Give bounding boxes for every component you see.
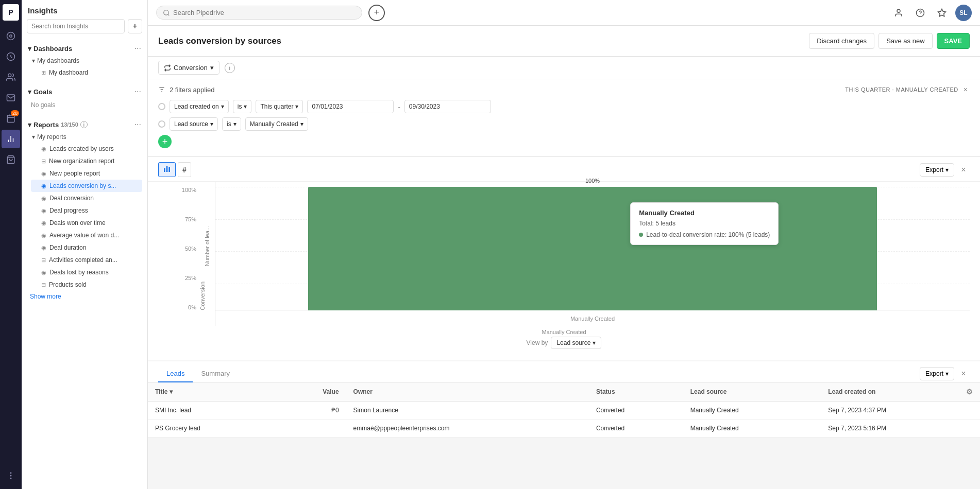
svg-rect-26 xyxy=(168,167,170,172)
report-icon-7: ◉ xyxy=(41,232,46,239)
my-reports-chevron: ▾ xyxy=(32,133,35,141)
y-axis: 100% 75% 50% 25% 0% xyxy=(158,182,199,326)
filter1-field-select[interactable]: Lead created on ▾ xyxy=(170,100,229,113)
tab-leads[interactable]: Leads xyxy=(158,365,193,382)
info-button[interactable]: i xyxy=(225,63,235,73)
bar-chart-btn[interactable] xyxy=(158,162,176,177)
sidebar-item-deal-duration[interactable]: ◉ Deal duration xyxy=(31,241,142,254)
reports-title-group[interactable]: ▾ Reports 13/150 i xyxy=(28,121,88,129)
chart-export-button[interactable]: Export ▾ xyxy=(920,163,954,177)
new-org-label: New organization report xyxy=(49,158,114,165)
goals-header[interactable]: ▾ Goals ··· xyxy=(27,85,142,98)
add-filter-button[interactable]: + xyxy=(158,135,172,148)
sidebar-item-leads-conversion[interactable]: ◉ Leads conversion by s... xyxy=(31,180,142,192)
sidebar-item-deals-lost[interactable]: ◉ Deals lost by reasons xyxy=(31,266,142,278)
goals-more[interactable]: ··· xyxy=(134,87,141,96)
sidebar-add-button[interactable]: + xyxy=(128,19,142,33)
filters-header: 2 filters applied THIS QUARTER · MANUALL… xyxy=(158,84,970,95)
sidebar-search-input[interactable] xyxy=(27,19,125,33)
filter1-date-to[interactable] xyxy=(404,100,491,113)
deal-conversion-label: Deal conversion xyxy=(49,195,94,202)
filter1-date-from[interactable] xyxy=(307,100,394,113)
table-export-button[interactable]: Export ▾ xyxy=(920,367,954,380)
report-subheader: Conversion ▾ i xyxy=(148,57,980,79)
more-icon-btn[interactable] xyxy=(2,466,20,485)
tooltip-dot xyxy=(639,233,643,237)
dashboards-header[interactable]: ▾ Dashboards ··· xyxy=(27,42,142,55)
products-icon-btn[interactable] xyxy=(2,150,20,169)
my-reports-header[interactable]: ▾ My reports xyxy=(31,131,142,143)
table-area: Leads Summary Export ▾ × xyxy=(148,361,980,438)
save-as-new-button[interactable]: Save as new xyxy=(878,33,932,49)
help-button[interactable] xyxy=(912,5,928,21)
show-more-btn[interactable]: Show more xyxy=(27,291,142,302)
sidebar-item-new-people[interactable]: ◉ New people report xyxy=(31,167,142,180)
filter1-date-separator: - xyxy=(398,103,400,111)
chart-wrapper: 100% 75% 50% 25% 0% Number of lea... xyxy=(148,182,980,360)
view-by-chevron: ▾ xyxy=(593,339,596,346)
cell-source-1: Manually Created xyxy=(683,420,821,438)
my-dashboards-header[interactable]: ▾ My dashboards xyxy=(31,55,142,66)
app-logo[interactable]: P xyxy=(3,4,19,21)
tooltip-total: Total: 5 leads xyxy=(639,220,770,227)
user-avatar[interactable]: SL xyxy=(955,5,972,21)
col-owner: Owner xyxy=(346,382,589,401)
report-icon-1: ⊟ xyxy=(41,158,46,165)
reports-count: 13/150 xyxy=(61,121,78,128)
sidebar-item-products[interactable]: ⊟ Products sold xyxy=(31,278,142,291)
reports-info-icon[interactable]: i xyxy=(80,121,88,128)
filter2-field-select[interactable]: Lead source ▾ xyxy=(170,117,218,131)
svg-rect-25 xyxy=(166,166,168,172)
calendar-icon-btn[interactable]: 28 xyxy=(2,109,20,128)
sidebar-item-deal-progress[interactable]: ◉ Deal progress xyxy=(31,204,142,217)
view-by-selector[interactable]: Lead source ▾ xyxy=(551,337,601,349)
filter2-radio[interactable] xyxy=(158,120,165,128)
table-settings-icon[interactable]: ⚙ xyxy=(966,388,973,396)
sidebar-item-new-org[interactable]: ⊟ New organization report xyxy=(31,155,142,167)
insights-icon-btn[interactable] xyxy=(2,130,20,148)
topnav-add-button[interactable]: + xyxy=(368,5,385,21)
filters-applied-text: 2 filters applied xyxy=(170,86,214,94)
dashboards-more[interactable]: ··· xyxy=(134,44,141,53)
save-button[interactable]: SAVE xyxy=(937,33,970,49)
cell-title-0: SMI Inc. lead xyxy=(148,401,279,420)
report-icon-3: ◉ xyxy=(41,183,46,189)
mail-icon-btn[interactable] xyxy=(2,89,20,107)
discard-changes-button[interactable]: Discard changes xyxy=(809,33,874,49)
sidebar-item-activities[interactable]: ⊟ Activities completed an... xyxy=(31,254,142,266)
tab-summary[interactable]: Summary xyxy=(193,365,238,382)
tooltip-title: Manually Created xyxy=(639,209,770,217)
bar-label: 100% xyxy=(585,178,600,184)
reports-section: ▾ Reports 13/150 i ··· ▾ My reports ◉ Le… xyxy=(22,115,147,305)
svg-rect-24 xyxy=(164,168,165,172)
table-close-button[interactable]: × xyxy=(957,368,970,380)
filter1-value-select[interactable]: This quarter ▾ xyxy=(256,100,303,113)
filter2-operator-select[interactable]: is ▾ xyxy=(222,117,241,131)
conversion-selector[interactable]: Conversion ▾ xyxy=(158,61,219,75)
chart-plot: 100% Manually Created Total: 5 leads Lea… xyxy=(215,182,970,326)
filter1-operator-select[interactable]: is ▾ xyxy=(233,100,252,113)
home-icon-btn[interactable] xyxy=(2,27,20,45)
sidebar-item-deals-won[interactable]: ◉ Deals won over time xyxy=(31,217,142,229)
chart-bar-manually-created[interactable]: 100% xyxy=(308,187,877,310)
reports-more[interactable]: ··· xyxy=(134,120,141,129)
sidebar-item-avg-value[interactable]: ◉ Average value of won d... xyxy=(31,229,142,241)
chart-close-button[interactable]: × xyxy=(957,164,970,176)
my-dashboards-label: My dashboards xyxy=(37,57,79,64)
sidebar-item-my-dashboard[interactable]: ⊞ My dashboard xyxy=(31,66,142,79)
svg-point-17 xyxy=(897,9,900,12)
contacts-icon-btn[interactable] xyxy=(2,68,20,86)
sidebar-item-deal-conversion[interactable]: ◉ Deal conversion xyxy=(31,192,142,204)
grid-icon: ⊞ xyxy=(41,69,46,76)
rewards-button[interactable] xyxy=(934,5,950,21)
bar-chart-icon xyxy=(163,165,171,173)
deals-icon-btn[interactable] xyxy=(2,47,20,66)
filters-clear-button[interactable]: × xyxy=(961,84,970,95)
col-created-on: Lead created on ⚙ xyxy=(821,382,980,401)
table-chart-btn[interactable]: # xyxy=(178,162,191,177)
sidebar-item-leads-created[interactable]: ◉ Leads created by users xyxy=(31,143,142,155)
filter1-radio[interactable] xyxy=(158,103,165,110)
notifications-button[interactable] xyxy=(890,5,907,21)
topnav-search-input[interactable] xyxy=(173,9,356,16)
filter2-value-select[interactable]: Manually Created ▾ xyxy=(245,117,308,131)
